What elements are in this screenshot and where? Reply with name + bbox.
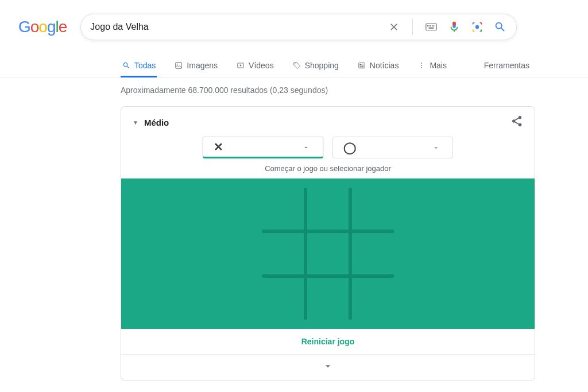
tab-label: Notícias (370, 61, 399, 70)
grid-line (304, 188, 307, 320)
video-icon (236, 61, 245, 70)
ferramentas-link[interactable]: Ferramentas (483, 55, 531, 77)
search-bar (80, 14, 517, 40)
x-symbol: ✕ (214, 140, 223, 154)
search-action-icons (387, 19, 507, 35)
tag-icon (292, 61, 301, 70)
cell-2-2[interactable] (354, 280, 394, 320)
lens-icon[interactable] (470, 20, 484, 34)
game-board (262, 188, 394, 320)
difficulty-label: Médio (144, 118, 169, 127)
svg-rect-3 (430, 25, 431, 26)
keyboard-icon[interactable] (424, 20, 438, 34)
game-header: ▼ Médio (121, 107, 535, 134)
svg-point-20 (421, 67, 423, 68)
player-o-button[interactable]: ◯ - (332, 137, 453, 158)
cell-1-1[interactable] (308, 234, 348, 274)
google-logo[interactable]: Google (18, 18, 67, 36)
cell-0-0[interactable] (262, 188, 302, 228)
svg-point-7 (475, 25, 479, 29)
search-tabs: Todas Imagens Vídeos Shopping Notícias M… (0, 55, 588, 77)
svg-rect-13 (359, 64, 361, 65)
more-icon (417, 61, 426, 70)
grid-line (349, 188, 352, 320)
svg-rect-5 (434, 25, 435, 26)
tab-shopping[interactable]: Shopping (291, 55, 340, 77)
tab-imagens[interactable]: Imagens (173, 55, 219, 77)
svg-point-9 (177, 64, 178, 65)
score-row: ✕ - ◯ - (121, 134, 535, 162)
tab-mais[interactable]: Mais (416, 55, 448, 77)
cell-2-0[interactable] (262, 280, 302, 320)
tab-label: Shopping (305, 61, 339, 70)
svg-rect-2 (429, 25, 430, 26)
tictactoe-card: ▼ Médio ✕ - ◯ - Começar o jogo ou seleci… (121, 106, 535, 381)
clear-icon[interactable] (387, 20, 401, 34)
tab-label: Mais (430, 61, 447, 70)
restart-button[interactable]: Reiniciar jogo (121, 329, 535, 354)
mic-icon[interactable] (447, 20, 461, 34)
cell-1-0[interactable] (262, 234, 302, 274)
difficulty-dropdown[interactable]: ▼ Médio (133, 118, 169, 127)
o-symbol: ◯ (343, 141, 356, 154)
image-icon (174, 61, 183, 70)
news-icon (357, 61, 366, 70)
tab-label: Vídeos (249, 61, 274, 70)
svg-point-11 (295, 63, 295, 64)
cell-0-1[interactable] (308, 188, 348, 228)
cell-1-2[interactable] (354, 234, 394, 274)
tab-todas[interactable]: Todas (121, 55, 157, 77)
svg-rect-0 (426, 24, 436, 30)
svg-point-19 (421, 65, 423, 66)
tab-videos[interactable]: Vídeos (235, 55, 275, 77)
game-hint: Começar o jogo ou selecionar jogador (121, 162, 535, 178)
header: Google (0, 0, 588, 40)
tab-noticias[interactable]: Notícias (356, 55, 400, 77)
tab-label: Imagens (187, 61, 218, 70)
svg-rect-4 (432, 25, 433, 26)
svg-rect-1 (427, 25, 428, 26)
cell-2-1[interactable] (308, 280, 348, 320)
share-icon[interactable] (510, 115, 523, 130)
chevron-down-icon: ▼ (133, 119, 138, 126)
divider (412, 19, 413, 35)
results-stats: Aproximadamente 68.700.000 resultados (0… (0, 77, 588, 95)
grid-line (262, 230, 394, 233)
grid-line (262, 274, 394, 278)
svg-point-18 (421, 63, 423, 64)
chevron-down-icon (322, 360, 334, 372)
score-o: - (356, 142, 442, 154)
tab-label: Todas (134, 61, 156, 70)
player-x-button[interactable]: ✕ - (203, 137, 323, 158)
search-small-icon (122, 61, 131, 70)
score-x: - (223, 141, 312, 153)
search-icon[interactable] (493, 20, 507, 34)
svg-rect-6 (429, 28, 434, 29)
cell-0-2[interactable] (354, 188, 394, 228)
game-board-area (121, 178, 535, 329)
expand-button[interactable] (121, 354, 535, 381)
search-input[interactable] (90, 22, 387, 32)
svg-rect-8 (176, 63, 182, 69)
